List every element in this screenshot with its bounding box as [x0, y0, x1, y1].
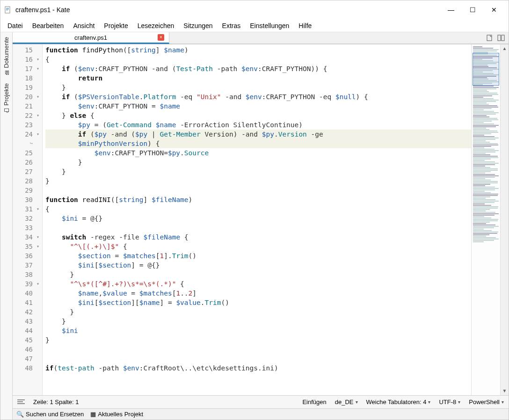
scroll-down-icon[interactable]: ▼ [502, 387, 507, 395]
titlebar: craftenv.ps1 - Kate — ☐ ✕ [0, 0, 509, 19]
statusbar: Zeile: 1 Spalte: 1 Einfügen de_DE Weiche… [13, 395, 509, 408]
document-icon: 🗎 [3, 70, 10, 76]
search-replace-tool[interactable]: 🔍 Suchen und Ersetzen [16, 411, 84, 418]
sidebar-item-label: Dokumente [3, 37, 10, 68]
insert-mode[interactable]: Einfügen [302, 398, 326, 406]
sidebar-item-label: Projekte [3, 83, 10, 106]
line-gutter: 1516▾17▾181920▾2122▾2324▾↪25262728293031… [13, 44, 43, 395]
sidebar-item-dokumente[interactable]: 🗎 Dokumente [3, 36, 10, 77]
minimize-button[interactable]: — [440, 2, 462, 17]
menubar: DateiBearbeitenAnsichtProjekteLesezeiche… [0, 19, 509, 32]
current-project-label: Aktuelles Projekt [98, 411, 143, 418]
scroll-up-icon[interactable]: ▲ [502, 44, 507, 53]
vertical-scrollbar[interactable]: ▲ ▼ [500, 44, 509, 395]
svg-rect-6 [502, 35, 504, 41]
tab-label: craftenv.ps1 [74, 34, 107, 41]
project-icon: 🗀 [3, 108, 10, 114]
locale-selector[interactable]: de_DE [335, 398, 358, 406]
app-icon [4, 6, 12, 14]
svg-rect-3 [6, 10, 8, 10]
sidebar-item-projekte[interactable]: 🗀 Projekte [3, 82, 10, 115]
tab-close-icon[interactable]: × [158, 34, 164, 41]
svg-rect-1 [6, 8, 9, 8]
menu-sitzungen[interactable]: Sitzungen [179, 20, 217, 31]
svg-rect-2 [6, 9, 9, 9]
svg-rect-5 [498, 35, 501, 41]
search-icon: 🔍 [16, 411, 24, 418]
close-button[interactable]: ✕ [483, 2, 505, 17]
minimap[interactable] [471, 44, 500, 395]
window-controls: — ☐ ✕ [440, 2, 505, 17]
current-project-tool[interactable]: ▦ Aktuelles Projekt [90, 411, 143, 418]
bottombar: 🔍 Suchen und Ersetzen ▦ Aktuelles Projek… [13, 408, 509, 420]
menu-bearbeiten[interactable]: Bearbeiten [28, 20, 68, 31]
code-area[interactable]: function findPython([string] $name){ if … [43, 44, 471, 395]
menu-ansicht[interactable]: Ansicht [69, 20, 99, 31]
project-panel-icon: ▦ [90, 411, 96, 418]
language-selector[interactable]: PowerShell [469, 398, 504, 406]
tab-width-selector[interactable]: Weiche Tabulatoren: 4 [366, 398, 431, 406]
maximize-button[interactable]: ☐ [462, 2, 483, 17]
search-replace-label: Suchen und Ersetzen [26, 411, 84, 418]
tab-craftenv[interactable]: craftenv.ps1 × [13, 32, 169, 44]
sidebar: 🗎 Dokumente 🗀 Projekte [0, 32, 13, 420]
window-title: craftenv.ps1 - Kate [15, 6, 440, 14]
new-document-icon[interactable] [486, 34, 494, 42]
encoding-selector[interactable]: UTF-8 [439, 398, 460, 406]
menu-hilfe[interactable]: Hilfe [294, 20, 316, 31]
menu-einstellungen[interactable]: Einstellungen [246, 20, 293, 31]
cursor-position[interactable]: Zeile: 1 Spalte: 1 [33, 398, 79, 406]
menu-projekte[interactable]: Projekte [100, 20, 132, 31]
menu-lesezeichen[interactable]: Lesezeichen [133, 20, 179, 31]
split-view-icon[interactable] [497, 34, 505, 42]
line-indicator-icon[interactable] [17, 399, 25, 405]
tabbar: craftenv.ps1 × [13, 32, 509, 44]
menu-datei[interactable]: Datei [3, 20, 27, 31]
svg-rect-4 [487, 35, 492, 41]
menu-extras[interactable]: Extras [218, 20, 245, 31]
